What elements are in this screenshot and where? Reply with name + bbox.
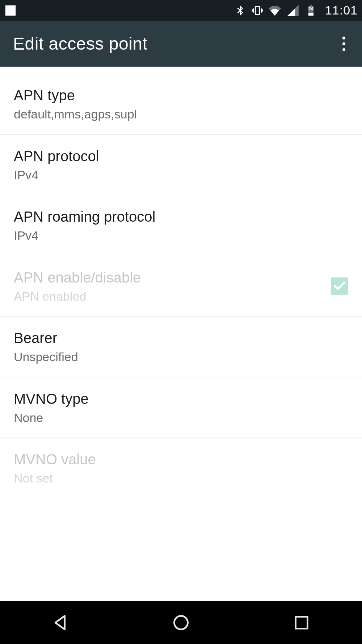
back-icon	[50, 612, 71, 633]
battery-level-label: 24	[305, 6, 317, 11]
row-title: APN protocol	[14, 147, 99, 165]
screen: 24 11:01 Edit access point APN type defa…	[0, 0, 362, 644]
home-button[interactable]	[168, 610, 194, 636]
row-texts: APN enable/disable APN enabled	[14, 268, 141, 304]
dot-icon	[342, 48, 345, 51]
bluetooth-icon	[234, 4, 246, 17]
row-texts: Bearer Unspecified	[14, 329, 78, 365]
row-texts: APN roaming protocol IPv4	[14, 208, 155, 243]
svg-point-5	[174, 616, 188, 629]
row-texts: APN protocol IPv4	[14, 147, 99, 183]
settings-list: APN type default,mms,agps,supl APN proto…	[0, 67, 362, 601]
app-bar: Edit access point	[0, 21, 362, 67]
status-time: 11:01	[325, 3, 358, 17]
recents-icon	[291, 612, 312, 633]
row-title: MVNO type	[14, 390, 89, 408]
row-mvno-type[interactable]: MVNO type None	[0, 377, 362, 438]
row-subtitle: default,mms,agps,supl	[14, 106, 137, 122]
row-title: APN roaming protocol	[14, 208, 155, 226]
recents-button[interactable]	[289, 610, 315, 636]
row-subtitle: IPv4	[14, 167, 99, 183]
row-apn-protocol[interactable]: APN protocol IPv4	[0, 135, 362, 196]
row-subtitle: None	[14, 410, 89, 426]
row-title: APN type	[14, 86, 137, 104]
dot-icon	[342, 42, 345, 45]
row-apn-enable-disable: APN enable/disable APN enabled	[0, 256, 362, 317]
dot-icon	[342, 37, 345, 39]
battery-icon: 24	[305, 4, 317, 17]
row-apn-roaming-protocol[interactable]: APN roaming protocol IPv4	[0, 195, 362, 256]
status-bar: 24 11:01	[0, 0, 362, 21]
row-subtitle: APN enabled	[14, 289, 141, 304]
row-subtitle: Unspecified	[14, 349, 78, 365]
row-texts: MVNO value Not set	[14, 450, 96, 486]
svg-rect-1	[255, 6, 259, 14]
row-title: APN enable/disable	[14, 268, 141, 287]
overflow-menu-button[interactable]	[339, 33, 349, 55]
status-left	[4, 4, 17, 17]
row-title: MVNO value	[14, 450, 96, 468]
page-title: Edit access point	[13, 34, 147, 54]
status-right: 24 11:01	[234, 3, 358, 17]
row-bearer[interactable]: Bearer Unspecified	[0, 317, 362, 377]
row-title: Bearer	[14, 329, 78, 347]
image-notification-icon	[4, 4, 17, 17]
row-mvno-value: MVNO value Not set	[0, 438, 362, 498]
home-icon	[171, 612, 191, 633]
apn-enabled-checkbox	[331, 277, 348, 295]
back-button[interactable]	[47, 610, 73, 636]
wifi-icon	[269, 4, 281, 17]
check-icon	[333, 280, 346, 293]
cell-signal-icon	[286, 4, 300, 17]
svg-rect-6	[296, 617, 308, 629]
svg-rect-4	[308, 13, 313, 16]
row-apn-type[interactable]: APN type default,mms,agps,supl	[0, 67, 362, 135]
row-texts: APN type default,mms,agps,supl	[14, 86, 137, 122]
navigation-bar	[0, 601, 362, 644]
row-subtitle: IPv4	[14, 228, 155, 243]
row-subtitle: Not set	[14, 471, 96, 486]
row-texts: MVNO type None	[14, 390, 89, 426]
vibrate-icon	[251, 4, 264, 17]
